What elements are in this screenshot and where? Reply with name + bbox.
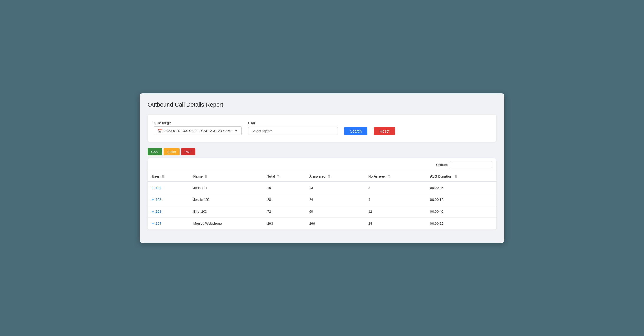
user-link[interactable]: 103 <box>155 210 161 214</box>
cell-avg-duration: 00:00:40 <box>426 206 496 217</box>
cell-answered: 60 <box>305 206 364 217</box>
col-answered: Answered ⇅ <box>305 171 364 182</box>
filter-card: Date range 📅 2023-01-01 00:00:00 - 2023-… <box>148 115 496 142</box>
sort-icon-user: ⇅ <box>162 175 164 178</box>
cell-no-answer: 12 <box>364 206 426 217</box>
sort-icon-avg-duration: ⇅ <box>454 175 457 178</box>
export-row: CSV Excel PDF <box>148 148 496 155</box>
cell-answered: 269 <box>305 217 364 229</box>
sort-icon-answered: ⇅ <box>328 175 330 178</box>
cell-user: + 102 <box>148 194 189 206</box>
cell-user: + 101 <box>148 182 189 194</box>
col-name: Name ⇅ <box>189 171 263 182</box>
filter-row: Date range 📅 2023-01-01 00:00:00 - 2023-… <box>154 121 490 135</box>
expand-icon[interactable]: + <box>152 186 154 190</box>
cell-user: + 103 <box>148 206 189 217</box>
col-user: User ⇅ <box>148 171 189 182</box>
date-range-group: Date range 📅 2023-01-01 00:00:00 - 2023-… <box>154 121 242 135</box>
cell-avg-duration: 00:00:25 <box>426 182 496 194</box>
cell-avg-duration: 00:00:22 <box>426 217 496 229</box>
table-section: Search: User ⇅ Name ⇅ Total ⇅ <box>148 158 496 230</box>
table-search-input[interactable] <box>450 161 492 168</box>
table-row: + 103 Efrel 103 72 60 12 00:00:40 <box>148 206 496 217</box>
cell-total: 28 <box>263 194 305 206</box>
table-search-label: Search: <box>436 163 448 167</box>
table-row: + 102 Jessie 102 28 24 4 00:00:12 <box>148 194 496 206</box>
col-avg-duration: AVG Duration ⇅ <box>426 171 496 182</box>
report-table: User ⇅ Name ⇅ Total ⇅ Answered ⇅ <box>148 171 496 230</box>
cell-total: 293 <box>263 217 305 229</box>
page-title: Outbound Call Details Report <box>148 101 496 108</box>
date-range-button[interactable]: 📅 2023-01-01 00:00:00 - 2023-12-31 23:59… <box>154 126 242 135</box>
cell-total: 72 <box>263 206 305 217</box>
table-body: + 101 John 101 16 13 3 00:00:25 + 102 Je… <box>148 182 496 230</box>
reset-button[interactable]: Reset <box>374 127 395 135</box>
user-filter-group: User <box>248 121 338 135</box>
cell-total: 16 <box>263 182 305 194</box>
expand-icon[interactable]: − <box>152 221 154 226</box>
cell-name: Jessie 102 <box>189 194 263 206</box>
sort-icon-name: ⇅ <box>205 175 207 178</box>
cell-user: − 104 <box>148 217 189 229</box>
table-toolbar: Search: <box>148 158 496 171</box>
cell-no-answer: 24 <box>364 217 426 229</box>
date-range-value: 2023-01-01 00:00:00 - 2023-12-31 23:59:5… <box>164 129 231 133</box>
cell-name: Monica Webphone <box>189 217 263 229</box>
chevron-down-icon: ▼ <box>234 129 238 133</box>
cell-no-answer: 4 <box>364 194 426 206</box>
cell-no-answer: 3 <box>364 182 426 194</box>
date-range-label: Date range <box>154 121 242 125</box>
calendar-icon: 📅 <box>158 129 162 133</box>
col-no-answer: No Answer ⇅ <box>364 171 426 182</box>
table-row: + 101 John 101 16 13 3 00:00:25 <box>148 182 496 194</box>
col-total: Total ⇅ <box>263 171 305 182</box>
cell-name: John 101 <box>189 182 263 194</box>
page-wrapper: Outbound Call Details Report Date range … <box>140 93 504 243</box>
pdf-button[interactable]: PDF <box>181 148 195 155</box>
csv-button[interactable]: CSV <box>148 148 162 155</box>
user-label: User <box>248 121 338 125</box>
cell-name: Efrel 103 <box>189 206 263 217</box>
user-link[interactable]: 104 <box>155 221 161 225</box>
excel-button[interactable]: Excel <box>164 148 180 155</box>
sort-icon-no-answer: ⇅ <box>388 175 391 178</box>
table-row: − 104 Monica Webphone 293 269 24 00:00:2… <box>148 217 496 229</box>
table-header: User ⇅ Name ⇅ Total ⇅ Answered ⇅ <box>148 171 496 182</box>
header-row: User ⇅ Name ⇅ Total ⇅ Answered ⇅ <box>148 171 496 182</box>
search-button[interactable]: Search <box>344 127 367 135</box>
cell-avg-duration: 00:00:12 <box>426 194 496 206</box>
sort-icon-total: ⇅ <box>277 175 280 178</box>
user-link[interactable]: 101 <box>155 186 161 190</box>
cell-answered: 24 <box>305 194 364 206</box>
user-link[interactable]: 102 <box>155 198 161 202</box>
expand-icon[interactable]: + <box>152 210 154 214</box>
user-select-input[interactable] <box>248 127 338 135</box>
expand-icon[interactable]: + <box>152 198 154 202</box>
cell-answered: 13 <box>305 182 364 194</box>
